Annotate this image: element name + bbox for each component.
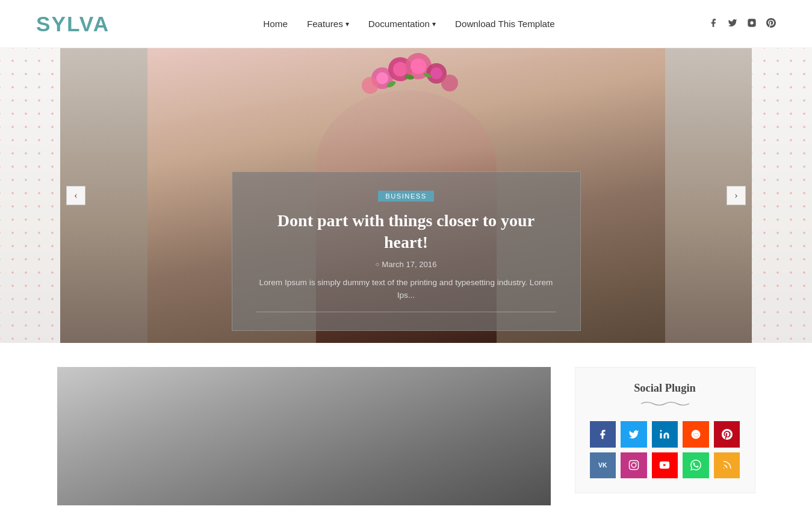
svg-point-11 [441, 75, 458, 91]
header-facebook-icon[interactable] [708, 18, 718, 30]
main-nav: Home Features Documentation Download Thi… [263, 19, 554, 29]
svg-rect-31 [629, 461, 638, 470]
slide-title: Dont part with things closer to your hea… [256, 210, 556, 254]
header-instagram-icon[interactable] [747, 18, 757, 30]
svg-point-29 [660, 430, 662, 431]
post-card [57, 367, 551, 505]
social-plugin-title: Social Plugin [590, 382, 740, 395]
social-btn-pinterest[interactable] [714, 421, 740, 448]
svg-rect-28 [660, 433, 662, 439]
social-btn-vk[interactable]: VK [590, 452, 616, 479]
svg-point-33 [636, 463, 637, 464]
slide-category-badge[interactable]: BUSINESS [378, 191, 434, 202]
slider-prev-button[interactable]: ‹ [66, 186, 85, 205]
sidebar: Social Plugin [575, 367, 755, 505]
slide-date: March 17, 2016 [256, 260, 556, 269]
svg-point-7 [411, 58, 426, 74]
header-social-icons [708, 18, 776, 30]
social-btn-instagram[interactable] [621, 452, 647, 479]
header-twitter-icon[interactable] [728, 18, 737, 30]
social-btn-linkedin[interactable] [652, 421, 678, 448]
social-btn-reddit[interactable] [683, 421, 709, 448]
header-pinterest-icon[interactable] [766, 18, 776, 30]
social-plugin-widget: Social Plugin [575, 367, 755, 493]
social-btn-youtube[interactable] [652, 452, 678, 479]
main-content [57, 367, 551, 505]
nav-download[interactable]: Download This Template [455, 19, 555, 29]
nav-features[interactable]: Features [307, 19, 349, 29]
logo[interactable]: SYLVA [36, 12, 110, 36]
svg-point-10 [362, 77, 379, 94]
nav-home[interactable]: Home [263, 19, 288, 29]
post-image [57, 367, 551, 505]
social-grid: VK [590, 421, 740, 478]
svg-point-32 [631, 463, 636, 468]
hero-slider: ‹ › BUSINESS Dont part with things close… [0, 48, 812, 343]
slider-next-button[interactable]: › [727, 186, 746, 205]
slide-card: BUSINESS Dont part with things closer to… [232, 171, 581, 331]
svg-point-9 [430, 67, 442, 79]
slide-excerpt: Lorem Ipsum is simply dummy text of the … [256, 276, 556, 303]
social-btn-facebook[interactable] [590, 421, 616, 448]
content-section: Social Plugin [45, 367, 767, 505]
header: SYLVA Home Features Documentation Downlo… [0, 0, 812, 48]
social-btn-twitter[interactable] [621, 421, 647, 448]
svg-point-35 [724, 468, 725, 469]
widget-underline [590, 398, 740, 409]
nav-documentation[interactable]: Documentation [368, 19, 436, 29]
social-btn-whatsapp[interactable] [683, 452, 709, 479]
social-btn-rss[interactable] [714, 452, 740, 479]
